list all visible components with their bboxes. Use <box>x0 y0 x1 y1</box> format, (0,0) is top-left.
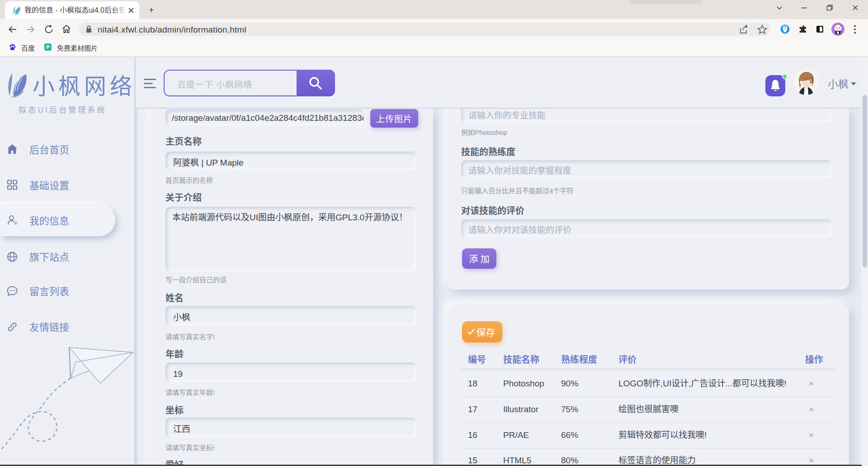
svg-text:P: P <box>46 44 50 50</box>
